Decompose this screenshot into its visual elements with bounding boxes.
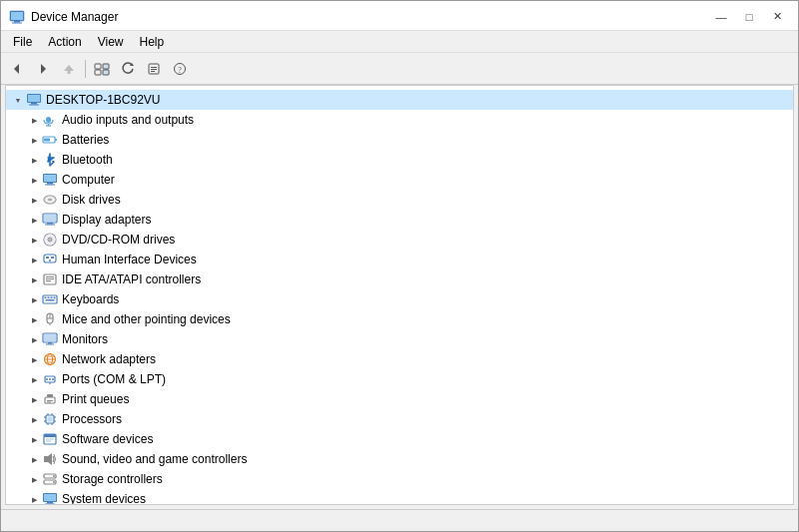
svg-rect-32 bbox=[45, 185, 55, 186]
tree-item-audio[interactable]: Audio inputs and outputs bbox=[6, 110, 793, 130]
tree-item-keyboard[interactable]: Keyboards bbox=[6, 289, 793, 309]
window-title: Device Manager bbox=[31, 10, 118, 24]
bluetooth-chevron-icon bbox=[32, 155, 37, 165]
tree-item-monitors[interactable]: Monitors bbox=[6, 329, 793, 349]
up-button[interactable] bbox=[57, 57, 81, 81]
tree-item-processors[interactable]: Processors bbox=[6, 409, 793, 429]
svg-rect-45 bbox=[46, 257, 49, 259]
tree-item-system[interactable]: System devices bbox=[6, 489, 793, 505]
audio-chevron-icon bbox=[32, 115, 37, 125]
bluetooth-label: Bluetooth bbox=[62, 153, 113, 167]
monitors-expander[interactable] bbox=[26, 331, 42, 347]
disk-expander[interactable] bbox=[26, 192, 42, 208]
svg-point-73 bbox=[49, 378, 51, 380]
display-icon bbox=[42, 212, 58, 228]
root-icon bbox=[26, 92, 42, 108]
hid-expander[interactable] bbox=[26, 252, 42, 267]
ports-expander[interactable] bbox=[26, 371, 42, 387]
processors-expander[interactable] bbox=[26, 411, 42, 427]
tree-item-hid[interactable]: Human Interface Devices bbox=[6, 250, 793, 269]
batteries-label: Batteries bbox=[62, 133, 109, 147]
show-hidden-button[interactable] bbox=[90, 57, 114, 81]
tree-item-ide[interactable]: IDE ATA/ATAPI controllers bbox=[6, 269, 793, 289]
software-chevron-icon bbox=[32, 434, 37, 444]
tree-item-bluetooth[interactable]: Bluetooth bbox=[6, 150, 793, 170]
svg-marker-95 bbox=[48, 453, 52, 465]
svg-rect-49 bbox=[46, 276, 54, 277]
tree-item-disk[interactable]: Disk drives bbox=[6, 190, 793, 210]
ports-label: Ports (COM & LPT) bbox=[62, 372, 166, 386]
maximize-button[interactable]: □ bbox=[736, 7, 762, 27]
dvd-expander[interactable] bbox=[26, 232, 42, 248]
show-hidden-icon bbox=[94, 61, 110, 77]
audio-expander[interactable] bbox=[26, 112, 42, 128]
ide-expander[interactable] bbox=[26, 271, 42, 287]
computer-expander[interactable] bbox=[26, 172, 42, 188]
toolbar: ? bbox=[1, 53, 798, 85]
bluetooth-expander[interactable] bbox=[26, 152, 42, 168]
help-button[interactable]: ? bbox=[168, 57, 192, 81]
refresh-button[interactable] bbox=[116, 57, 140, 81]
storage-expander[interactable] bbox=[26, 471, 42, 487]
tree-item-dvd[interactable]: DVD/CD-ROM drives bbox=[6, 230, 793, 250]
menu-action[interactable]: Action bbox=[40, 33, 89, 51]
tree-item-sound[interactable]: Sound, video and game controllers bbox=[6, 449, 793, 469]
mice-expander[interactable] bbox=[26, 311, 42, 327]
svg-rect-15 bbox=[151, 69, 157, 70]
keyboard-expander[interactable] bbox=[26, 291, 42, 307]
root-expander[interactable] bbox=[10, 92, 26, 108]
system-icon bbox=[42, 491, 58, 505]
ports-icon bbox=[42, 371, 58, 387]
minimize-button[interactable]: — bbox=[708, 7, 734, 27]
svg-point-72 bbox=[46, 378, 48, 380]
tree-root[interactable]: DESKTOP-1BC92VU bbox=[6, 90, 793, 110]
tree-item-batteries[interactable]: Batteries bbox=[6, 130, 793, 150]
tree-item-ports[interactable]: Ports (COM & LPT) bbox=[6, 369, 793, 389]
svg-rect-55 bbox=[51, 297, 53, 299]
software-expander[interactable] bbox=[26, 431, 42, 447]
svg-rect-102 bbox=[47, 502, 53, 504]
display-label: Display adapters bbox=[62, 213, 151, 227]
close-button[interactable]: ✕ bbox=[764, 7, 790, 27]
print-expander[interactable] bbox=[26, 391, 42, 407]
sound-expander[interactable] bbox=[26, 451, 42, 467]
back-button[interactable] bbox=[5, 57, 29, 81]
tree-item-computer[interactable]: Computer bbox=[6, 170, 793, 190]
svg-rect-1 bbox=[11, 12, 23, 20]
storage-chevron-icon bbox=[32, 474, 37, 484]
display-expander[interactable] bbox=[26, 212, 42, 228]
network-label: Network adapters bbox=[62, 352, 156, 366]
svg-rect-54 bbox=[48, 297, 50, 299]
tree-item-storage[interactable]: Storage controllers bbox=[6, 469, 793, 489]
menu-help[interactable]: Help bbox=[132, 33, 173, 51]
dvd-label: DVD/CD-ROM drives bbox=[62, 233, 175, 247]
menu-view[interactable]: View bbox=[90, 33, 132, 51]
tree-item-print[interactable]: Print queues bbox=[6, 389, 793, 409]
tree-item-network[interactable]: Network adapters bbox=[6, 349, 793, 369]
ide-chevron-icon bbox=[32, 274, 37, 284]
svg-text:?: ? bbox=[178, 66, 182, 75]
computer-chevron-icon bbox=[32, 175, 37, 185]
disk-icon bbox=[42, 192, 58, 208]
menu-file[interactable]: File bbox=[5, 33, 40, 51]
svg-rect-37 bbox=[44, 215, 56, 222]
tree-item-mice[interactable]: Mice and other pointing devices bbox=[6, 309, 793, 329]
svg-rect-79 bbox=[47, 402, 51, 403]
batteries-expander[interactable] bbox=[26, 132, 42, 148]
system-expander[interactable] bbox=[26, 491, 42, 505]
svg-rect-94 bbox=[44, 456, 48, 462]
processors-chevron-icon bbox=[32, 414, 37, 424]
menu-bar: File Action View Help bbox=[1, 31, 798, 53]
tree-view-container[interactable]: DESKTOP-1BC92VU Audio inputs and outputs bbox=[5, 85, 794, 505]
tree-item-display[interactable]: Display adapters bbox=[6, 210, 793, 230]
svg-rect-93 bbox=[46, 441, 51, 442]
tree-item-software[interactable]: Software devices bbox=[6, 429, 793, 449]
disk-chevron-icon bbox=[32, 195, 37, 205]
batteries-chevron-icon bbox=[32, 135, 37, 145]
svg-rect-78 bbox=[47, 400, 53, 401]
network-expander[interactable] bbox=[26, 351, 42, 367]
svg-rect-92 bbox=[46, 439, 54, 440]
svg-rect-53 bbox=[45, 297, 47, 299]
properties-button[interactable] bbox=[142, 57, 166, 81]
forward-button[interactable] bbox=[31, 57, 55, 81]
